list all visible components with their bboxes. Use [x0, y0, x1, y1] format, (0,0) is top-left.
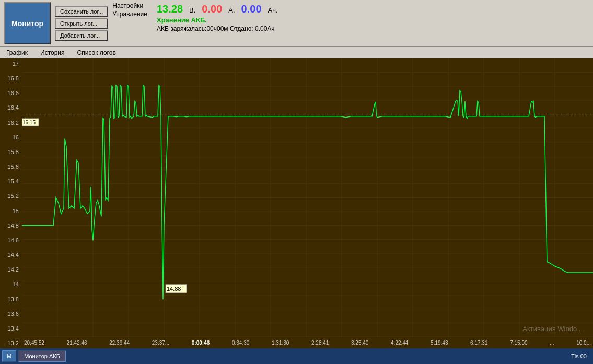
y-label-158: 15.8: [1, 149, 21, 155]
y-label-156: 15.6: [1, 163, 21, 170]
y-label-17: 17: [1, 61, 21, 67]
status-line: АКБ заряжалась:00ч00м Отдано: 0.00Ач: [157, 25, 278, 32]
monitor-button[interactable]: Монитор: [4, 2, 51, 44]
y-label-16: 16: [1, 134, 21, 140]
svg-text:16.15: 16.15: [22, 120, 36, 125]
x-label-0: 20:45:52: [24, 340, 44, 346]
taskbar: M Монитор АКБ Тis 00: [0, 348, 593, 364]
open-log-button[interactable]: Открыть лог...: [55, 18, 108, 29]
menu-log-list[interactable]: Список логов: [75, 49, 118, 56]
y-label-142: 14.2: [1, 266, 21, 273]
menu-history[interactable]: История: [38, 49, 67, 56]
y-label-15: 15: [1, 208, 21, 214]
storage-label: Хранение АКБ.: [157, 16, 278, 24]
y-label-154: 15.4: [1, 178, 21, 184]
y-label-148: 14.8: [1, 222, 21, 229]
x-label-1: 21:42:46: [67, 340, 87, 346]
y-label-152: 15.2: [1, 193, 21, 199]
ah-value: 0.00: [241, 3, 262, 15]
add-log-button[interactable]: Добавить лог...: [55, 30, 108, 41]
y-label-164: 16.4: [1, 104, 21, 111]
svg-text:14.88: 14.88: [167, 286, 181, 292]
voltage-value: 13.28: [157, 3, 183, 15]
activation-watermark: Активация Windo...: [522, 325, 583, 333]
x-label-7: 2:28:41: [311, 340, 329, 346]
y-label-132: 13.2: [1, 340, 21, 346]
log-buttons: Сохранить лог... Открыть лог... Добавить…: [55, 2, 108, 44]
x-label-3: 23:37...: [152, 340, 169, 346]
x-axis: 20:45:52 21:42:46 22:39:44 23:37... 0:00…: [22, 337, 593, 348]
y-label-166: 16.6: [1, 90, 21, 96]
menu-graph[interactable]: График: [4, 49, 30, 56]
save-log-button[interactable]: Сохранить лог...: [55, 6, 108, 17]
x-label-5: 0:34:30: [232, 340, 249, 346]
y-label-138: 13.8: [1, 296, 21, 302]
x-label-10: 5:19:43: [431, 340, 448, 346]
y-label-168: 16.8: [1, 75, 21, 81]
toolbar: Монитор Сохранить лог... Открыть лог... …: [0, 0, 593, 47]
chart-area: 17 16.8 16.6 16.4 16.2 16 15.8 15.6 15.4…: [0, 58, 593, 348]
taskbar-app-item[interactable]: Монитор АКБ: [18, 350, 66, 362]
x-label-12: 7:15:00: [510, 340, 527, 346]
taskbar-time: Тis 00: [567, 353, 591, 359]
menubar: График История Список логов: [0, 47, 593, 58]
y-label-162: 16.2: [1, 120, 21, 126]
x-label-9: 4:22:44: [391, 340, 408, 346]
y-label-134: 13.4: [1, 325, 21, 332]
chart-svg: 14.88 16.15: [22, 58, 593, 337]
x-label-8: 3:25:40: [351, 340, 368, 346]
readings-panel: 13.28 В. 0.00 А. 0.00 Ач. Хранение АКБ. …: [152, 2, 283, 44]
ampere-unit: А.: [228, 6, 235, 14]
x-label-14: 10:0...: [576, 340, 591, 346]
settings-management: Настройки Управление: [112, 2, 147, 44]
readings-top: 13.28 В. 0.00 А. 0.00 Ач.: [157, 3, 278, 15]
x-label-2: 22:39:44: [109, 340, 130, 346]
y-label-146: 14.6: [1, 237, 21, 243]
y-axis: 17 16.8 16.6 16.4 16.2 16 15.8 15.6 15.4…: [0, 58, 22, 348]
x-label-6: 1:31:30: [272, 340, 289, 346]
y-label-144: 14.4: [1, 252, 21, 258]
x-label-13: ...: [550, 340, 554, 346]
ah-unit: Ач.: [268, 6, 278, 14]
start-button[interactable]: M: [2, 350, 16, 362]
y-label-14: 14: [1, 281, 21, 287]
app: Монитор Сохранить лог... Открыть лог... …: [0, 0, 593, 364]
voltage-unit: В.: [189, 6, 195, 14]
ampere-value: 0.00: [202, 3, 222, 15]
x-label-4: 0:00:46: [192, 340, 210, 346]
x-label-11: 6:17:31: [470, 340, 487, 346]
y-label-136: 13.6: [1, 311, 21, 317]
